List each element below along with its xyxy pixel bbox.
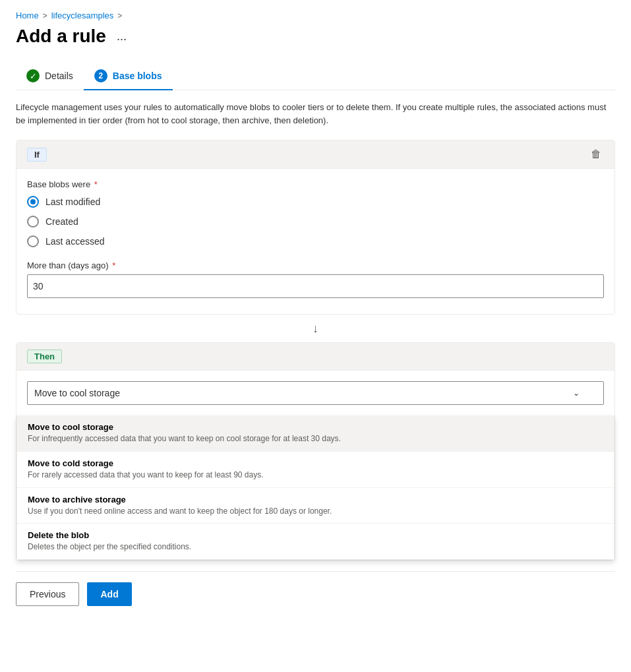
page-title-row: Add a rule ... <box>16 26 615 47</box>
dropdown-item-cool-desc: For infrequently accessed data that you … <box>28 433 603 444</box>
dropdown-menu: Move to cool storage For infrequently ac… <box>16 415 615 560</box>
radio-dot-last-modified <box>30 199 36 204</box>
if-label: If <box>27 148 47 162</box>
radio-group: Last modified Created Last accessed <box>27 196 604 247</box>
radio-circle-last-accessed <box>27 235 39 247</box>
dropdown-selected-value: Move to cool storage <box>34 388 120 398</box>
footer: Previous Add <box>16 571 615 617</box>
page-title: Add a rule <box>16 26 106 47</box>
then-label: Then <box>27 350 62 363</box>
action-dropdown[interactable]: Move to cool storage ⌄ <box>27 381 604 405</box>
days-input[interactable] <box>27 274 604 298</box>
delete-icon[interactable]: 🗑 <box>588 147 604 162</box>
days-required-star: * <box>110 260 116 270</box>
radio-last-accessed[interactable]: Last accessed <box>27 235 604 247</box>
then-card-body: Move to cool storage ⌄ <box>16 371 615 415</box>
dropdown-item-archive-title: Move to archive storage <box>28 495 603 504</box>
breadcrumb-sep-2: > <box>117 11 122 20</box>
tab-details-label: Details <box>45 71 73 81</box>
details-check-icon: ✓ <box>26 69 40 82</box>
previous-button[interactable]: Previous <box>16 582 79 606</box>
chevron-down-icon: ⌄ <box>573 388 580 398</box>
days-label: More than (days ago) * <box>27 260 604 270</box>
tabs-container: ✓ Details 2 Base blobs <box>16 63 615 90</box>
add-button[interactable]: Add <box>87 582 131 606</box>
radio-created[interactable]: Created <box>27 216 604 228</box>
base-blobs-badge: 2 <box>94 69 107 82</box>
dropdown-item-cold-desc: For rarely accessed data that you want t… <box>28 470 603 481</box>
dropdown-item-cool-title: Move to cool storage <box>28 422 603 432</box>
radio-circle-created <box>27 216 39 228</box>
radio-label-created: Created <box>45 216 78 227</box>
dropdown-item-cold-title: Move to cold storage <box>28 458 603 468</box>
dropdown-item-delete-title: Delete the blob <box>28 530 603 540</box>
tab-base-blobs-label: Base blobs <box>113 71 162 81</box>
dropdown-item-archive-desc: Use if you don't need online access and … <box>28 506 603 517</box>
page-description: Lifecycle management uses your rules to … <box>16 101 609 127</box>
ellipsis-button[interactable]: ... <box>113 28 131 45</box>
days-input-group: More than (days ago) * <box>27 260 604 298</box>
required-star: * <box>92 179 98 189</box>
dropdown-item-delete-desc: Deletes the object per the specified con… <box>28 541 603 553</box>
dropdown-item-cool[interactable]: Move to cool storage For infrequently ac… <box>17 415 614 452</box>
radio-label-last-accessed: Last accessed <box>45 236 105 247</box>
dropdown-item-cold[interactable]: Move to cold storage For rarely accessed… <box>17 452 614 488</box>
radio-label-last-modified: Last modified <box>45 197 100 207</box>
then-card-header: Then <box>16 343 615 371</box>
dropdown-item-archive[interactable]: Move to archive storage Use if you don't… <box>17 488 614 524</box>
breadcrumb-home[interactable]: Home <box>16 11 39 20</box>
then-card: Then Move to cool storage ⌄ Move to cool… <box>16 342 615 561</box>
radio-circle-last-modified <box>27 196 39 208</box>
arrow-divider: ↓ <box>16 322 615 334</box>
if-card: If 🗑 Base blobs were * Last modified Cre… <box>16 140 615 315</box>
breadcrumb-lifecyclesamples[interactable]: lifecyclesamples <box>51 11 114 20</box>
radio-last-modified[interactable]: Last modified <box>27 196 604 208</box>
dropdown-item-delete[interactable]: Delete the blob Deletes the object per t… <box>17 524 614 559</box>
tab-details[interactable]: ✓ Details <box>16 63 84 90</box>
action-dropdown-container: Move to cool storage ⌄ <box>27 381 604 405</box>
breadcrumb: Home > lifecyclesamples > <box>16 11 615 20</box>
tab-base-blobs[interactable]: 2 Base blobs <box>84 63 173 90</box>
base-blobs-were-label: Base blobs were * <box>27 179 604 189</box>
if-card-body: Base blobs were * Last modified Created … <box>16 169 615 314</box>
breadcrumb-sep-1: > <box>43 11 47 20</box>
if-card-header: If 🗑 <box>16 140 615 169</box>
